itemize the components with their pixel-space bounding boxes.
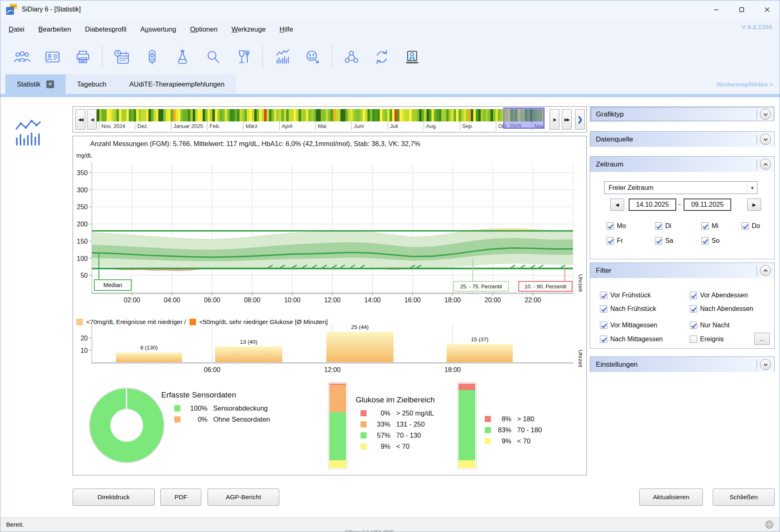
date-back-button[interactable]: ◀ (610, 199, 624, 211)
date-to-field[interactable]: 09.11.2025 (684, 199, 731, 211)
checkbox[interactable] (655, 237, 662, 244)
tab-tagebuch[interactable]: Tagebuch (66, 74, 118, 94)
legend-row: 9%< 70 (485, 437, 542, 445)
checkbox-nur-nacht[interactable]: Nur Nacht (690, 322, 730, 329)
timeline-last-button[interactable]: ▶▶ (562, 109, 572, 130)
y-axis-unit-label: mg/dL (76, 152, 92, 159)
checkbox-vor-abendessen[interactable]: Vor Abendessen (690, 292, 748, 299)
checkbox-so[interactable]: So (701, 237, 720, 244)
patient-card-button[interactable] (37, 44, 68, 70)
period-dropdown[interactable]: Freier Zeitraum▼ (604, 181, 757, 194)
panel-header-zeitraum[interactable]: Zeitraum (590, 157, 774, 172)
timeline-forward-button[interactable]: ❯ (575, 109, 585, 130)
expand-chevron-icon[interactable] (760, 134, 771, 145)
minimize-button[interactable] (703, 0, 729, 18)
menu-optionen[interactable]: Optionen (190, 25, 217, 33)
aktualisieren-button[interactable]: Aktualisieren (639, 489, 703, 506)
panel-header-grafiktyp[interactable]: Grafiktyp (590, 107, 774, 122)
checkbox-nach-fr-hst-ck[interactable]: Nach Frühstück (600, 305, 656, 313)
checkbox[interactable] (690, 292, 697, 299)
pdf-button[interactable]: PDF (160, 489, 201, 506)
tab-close-icon[interactable]: ✕ (46, 80, 54, 88)
collapse-chevron-icon[interactable] (760, 159, 771, 170)
checkbox-di[interactable]: Di (655, 222, 671, 230)
checkbox[interactable] (600, 305, 607, 313)
timeline-heatmap-strip[interactable] (97, 109, 545, 121)
checkbox[interactable] (655, 222, 662, 230)
checkbox[interactable] (690, 322, 697, 329)
close-button[interactable] (754, 0, 780, 18)
panel-header-einstellungen[interactable]: Einstellungen (590, 357, 774, 372)
checkbox-ereignis[interactable]: Ereignis (690, 336, 724, 343)
checkbox-vor-mittagessen[interactable]: Vor Mittagessen (600, 322, 657, 329)
checkbox[interactable] (600, 336, 607, 343)
maximize-button[interactable] (729, 0, 754, 18)
checkbox[interactable] (607, 237, 614, 244)
checkbox-fr[interactable]: Fr (607, 237, 623, 244)
schedule-button[interactable] (107, 44, 137, 70)
telemedicine-button[interactable] (397, 44, 427, 70)
timeline-next-button[interactable]: ▶ (550, 109, 559, 130)
menu-datei[interactable]: Datei (9, 25, 25, 33)
checkbox-nach-mittagessen[interactable]: Nach Mittagessen (600, 336, 663, 343)
svg-text:20:00: 20:00 (484, 297, 501, 304)
statistics-button[interactable] (267, 44, 297, 70)
collapse-chevron-icon[interactable] (760, 265, 771, 276)
date-from-field[interactable]: 14.10.2025 (629, 199, 676, 211)
checkbox-mo[interactable]: Mo (607, 222, 626, 230)
timeline-selection[interactable] (503, 107, 545, 129)
legend-label: > 250 mg/dL (396, 409, 434, 417)
timeline-prev-button[interactable]: ◀ (87, 109, 97, 130)
month-tick (207, 121, 208, 130)
checkbox[interactable] (607, 222, 614, 230)
people-group-button[interactable] (7, 44, 37, 70)
tab-strip (0, 94, 780, 97)
checkbox[interactable] (741, 222, 749, 230)
svg-text:06:00: 06:00 (204, 366, 220, 373)
target-range-title: Glukose im Zielbereich (356, 395, 435, 404)
nutrition-button[interactable] (228, 44, 258, 70)
checkbox[interactable] (701, 222, 709, 230)
checkbox-do[interactable]: Do (741, 222, 760, 230)
more-options-button[interactable]: ... (754, 333, 770, 345)
direktdruck-button[interactable]: Direktdruck (73, 489, 155, 506)
checkbox-vor-fr-hst-ck[interactable]: Vor Frühstück (600, 292, 651, 299)
menu-bearbeiten[interactable]: Bearbeiten (39, 25, 71, 33)
expand-chevron-icon[interactable] (760, 359, 771, 370)
checkbox[interactable] (690, 336, 697, 343)
checkbox[interactable] (600, 322, 607, 329)
checkbox-nach-abendessen[interactable]: Nach Abendessen (690, 305, 753, 313)
checkbox-mi[interactable]: Mi (701, 222, 718, 230)
svg-text:250: 250 (77, 203, 88, 210)
wellbeing-button[interactable] (297, 44, 328, 70)
checkbox-label: Mo (617, 222, 626, 230)
menu-auswertung[interactable]: Auswertung (140, 25, 176, 33)
tab-audite-therapieempfehlungen[interactable]: AUdiTE-Therapieempfehlungen (118, 74, 236, 94)
svg-text:20: 20 (80, 335, 88, 342)
printer-button[interactable] (68, 44, 98, 70)
date-forward-button[interactable]: ▶ (747, 199, 761, 211)
checkbox[interactable] (600, 292, 607, 299)
menu-diabetesprofil[interactable]: Diabetesprofil (85, 25, 126, 33)
lab-flask-icon (173, 48, 192, 66)
bar-segment (329, 385, 346, 412)
tab-statistik[interactable]: Statistik✕ (5, 74, 66, 94)
checkbox[interactable] (701, 237, 709, 244)
panel-header-datenquelle[interactable]: Datenquelle (590, 132, 774, 147)
menu-hilfe[interactable]: Hilfe (280, 25, 293, 33)
menu-werkzeuge[interactable]: Werkzeuge (231, 25, 265, 33)
share-button[interactable] (336, 44, 367, 70)
checkbox[interactable] (690, 305, 697, 313)
panel-header-filter[interactable]: Filter (590, 263, 774, 278)
search-button[interactable] (198, 44, 228, 70)
lab-flask-button[interactable] (167, 44, 198, 70)
sync-button[interactable] (367, 44, 397, 70)
agp-bericht-button[interactable]: AGP-Bericht (208, 489, 279, 506)
timeline-first-button[interactable]: ◀◀ (75, 109, 85, 130)
glucose-meter-button[interactable] (137, 44, 167, 70)
schlie-en-button[interactable]: Schließen (713, 489, 775, 506)
bar-segment (458, 390, 475, 460)
expand-chevron-icon[interactable] (760, 109, 771, 120)
checkbox-sa[interactable]: Sa (655, 237, 673, 244)
recommend-link[interactable]: Weiterempfehlen > (716, 81, 773, 88)
